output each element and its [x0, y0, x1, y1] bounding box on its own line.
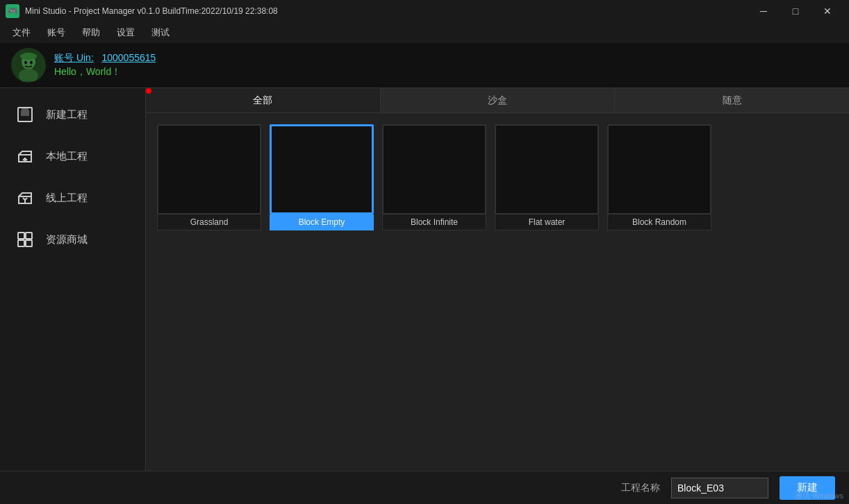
template-card-block-empty[interactable]: Block Empty	[270, 124, 374, 230]
template-label-block-infinite: Block Infinite	[382, 215, 486, 230]
menu-item-帮助[interactable]: 帮助	[75, 24, 107, 42]
sidebar-item-local-project[interactable]: 本地工程	[0, 135, 145, 177]
template-grid: GrasslandBlock EmptyBlock InfiniteFlat w…	[146, 113, 849, 471]
window-title: Mini Studio - Project Manager v0.1.0 Bui…	[25, 6, 748, 16]
local-project-icon	[14, 145, 36, 167]
menu-item-账号[interactable]: 账号	[40, 24, 72, 42]
menu-item-设置[interactable]: 设置	[110, 24, 142, 42]
footer: 工程名称 新建	[0, 471, 849, 504]
svg-rect-8	[21, 110, 29, 116]
sidebar-item-online-project[interactable]: 线上工程	[0, 177, 145, 219]
template-card-flat-water[interactable]: Flat water	[495, 124, 599, 230]
close-button[interactable]: ✕	[811, 0, 843, 22]
template-thumbnail-flat-water	[495, 124, 599, 215]
template-thumbnail-block-random	[607, 124, 711, 215]
minimize-button[interactable]: ─	[748, 0, 780, 22]
template-label-block-random: Block Random	[607, 215, 711, 230]
red-dot-indicator	[146, 88, 151, 94]
template-thumbnail-block-empty	[270, 124, 374, 215]
template-thumbnail-block-infinite	[382, 124, 486, 215]
sidebar-item-resource-store[interactable]: 资源商城	[0, 219, 145, 260]
project-name-label: 工程名称	[621, 482, 660, 494]
app-icon: 🎮	[6, 4, 19, 18]
header: 账号 Uin: 1000055615 Hello，World！	[0, 43, 849, 88]
content-area: 全部沙盒随意 GrasslandBlock EmptyBlock Infinit…	[146, 88, 849, 471]
template-card-grassland[interactable]: Grassland	[157, 124, 261, 230]
menu-item-文件[interactable]: 文件	[6, 24, 38, 42]
project-name-input[interactable]	[671, 478, 768, 498]
template-card-block-infinite[interactable]: Block Infinite	[382, 124, 486, 230]
tab-random[interactable]: 随意	[615, 88, 849, 112]
template-card-block-random[interactable]: Block Random	[607, 124, 711, 230]
svg-rect-12	[18, 240, 24, 246]
svg-rect-13	[26, 240, 32, 246]
svg-point-5	[24, 61, 27, 65]
svg-rect-9	[22, 108, 28, 111]
sidebar-label-new-project: 新建工程	[46, 108, 88, 121]
new-project-icon	[14, 103, 36, 126]
avatar-image	[13, 49, 44, 81]
template-label-block-empty: Block Empty	[270, 215, 374, 230]
sidebar: 新建工程 本地工程 线上工程	[0, 88, 146, 471]
template-thumbnail-grassland	[157, 124, 261, 215]
sidebar-label-resource-store: 资源商城	[46, 233, 88, 246]
template-label-grassland: Grassland	[157, 215, 261, 230]
user-info: 账号 Uin: 1000055615 Hello，World！	[54, 52, 156, 78]
sidebar-label-local-project: 本地工程	[46, 150, 88, 163]
menu-item-测试[interactable]: 测试	[145, 24, 176, 42]
menubar: 文件账号帮助设置测试	[0, 22, 849, 43]
main-layout: 新建工程 本地工程 线上工程	[0, 88, 849, 471]
uin-value[interactable]: 1000055615	[101, 52, 156, 63]
user-uin: 账号 Uin: 1000055615	[54, 52, 156, 65]
window-controls: ─ □ ✕	[748, 0, 843, 22]
resource-store-icon	[14, 228, 36, 251]
windows-watermark: 激活 Windows	[795, 491, 843, 501]
online-project-icon	[14, 187, 36, 209]
titlebar: 🎮 Mini Studio - Project Manager v0.1.0 B…	[0, 0, 849, 22]
sidebar-item-new-project[interactable]: 新建工程	[0, 94, 145, 135]
svg-rect-4	[25, 53, 32, 58]
svg-rect-11	[26, 233, 32, 239]
uin-label: 账号 Uin:	[54, 52, 94, 63]
tab-sandbox[interactable]: 沙盒	[381, 88, 616, 112]
template-label-flat-water: Flat water	[495, 215, 599, 230]
tabs: 全部沙盒随意	[146, 88, 849, 113]
maximize-button[interactable]: □	[780, 0, 811, 22]
avatar	[11, 48, 46, 83]
tab-all[interactable]: 全部	[146, 88, 381, 112]
svg-point-6	[30, 61, 33, 65]
sidebar-label-online-project: 线上工程	[46, 192, 88, 205]
user-greeting: Hello，World！	[54, 66, 156, 78]
svg-rect-10	[18, 233, 24, 239]
